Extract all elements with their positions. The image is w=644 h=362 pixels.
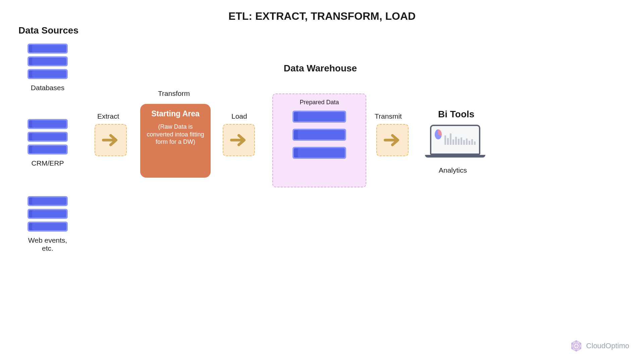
warehouse-box: Prepared Data — [272, 94, 366, 187]
arrow-load — [223, 124, 255, 156]
laptop-screen-icon — [430, 125, 480, 155]
source-label-databases: Databases — [24, 84, 71, 92]
arrow-right-icon — [382, 130, 402, 150]
source-databases: Databases — [28, 44, 71, 92]
source-web-events: Web events, etc. — [28, 196, 71, 252]
diagram-title: ETL: EXTRACT, TRANSFORM, LOAD — [0, 10, 644, 22]
sources-heading: Data Sources — [18, 25, 78, 36]
db-row-icon — [28, 69, 68, 79]
laptop-base-icon — [425, 155, 485, 158]
db-row-icon — [292, 147, 346, 159]
bi-caption: Analytics — [439, 166, 467, 174]
db-row-icon — [28, 119, 68, 129]
brand-name: CloudOptimo — [586, 342, 629, 350]
db-row-icon — [28, 56, 68, 66]
db-row-icon — [28, 196, 68, 206]
transform-box: Starting Area (Raw Data is converted int… — [140, 104, 211, 178]
db-row-icon — [292, 111, 346, 123]
db-row-icon — [28, 144, 68, 155]
cloudoptimo-icon — [570, 339, 583, 353]
arrow-extract — [95, 124, 127, 156]
arrow-label-transmit: Transmit — [375, 112, 402, 120]
transform-title: Starting Area — [151, 109, 200, 118]
arrow-right-icon — [229, 130, 249, 150]
transform-desc: (Raw Data is converted intoa fitting for… — [144, 123, 207, 146]
source-label-web-events: Web events, etc. — [24, 236, 71, 252]
bar-chart-icon — [444, 131, 476, 145]
brand-logo: CloudOptimo — [570, 339, 629, 353]
arrow-transmit — [376, 124, 409, 156]
arrow-right-icon — [101, 130, 121, 150]
transform-label: Transform — [158, 89, 190, 98]
source-label-crm-erp: CRM/ERP — [24, 159, 71, 167]
bi-heading: Bi Tools — [438, 109, 474, 120]
db-row-icon — [28, 209, 68, 219]
arrow-label-load: Load — [231, 112, 247, 120]
warehouse-stack — [280, 111, 359, 159]
db-row-icon — [28, 44, 68, 54]
warehouse-heading: Data Warehouse — [283, 63, 357, 74]
pie-chart-icon — [435, 129, 442, 139]
db-row-icon — [292, 129, 346, 141]
db-row-icon — [28, 132, 68, 142]
warehouse-sub: Prepared Data — [280, 99, 359, 106]
source-crm-erp: CRM/ERP — [28, 119, 71, 167]
arrow-label-extract: Extract — [97, 112, 119, 120]
laptop-icon — [425, 125, 485, 158]
db-row-icon — [28, 222, 68, 232]
